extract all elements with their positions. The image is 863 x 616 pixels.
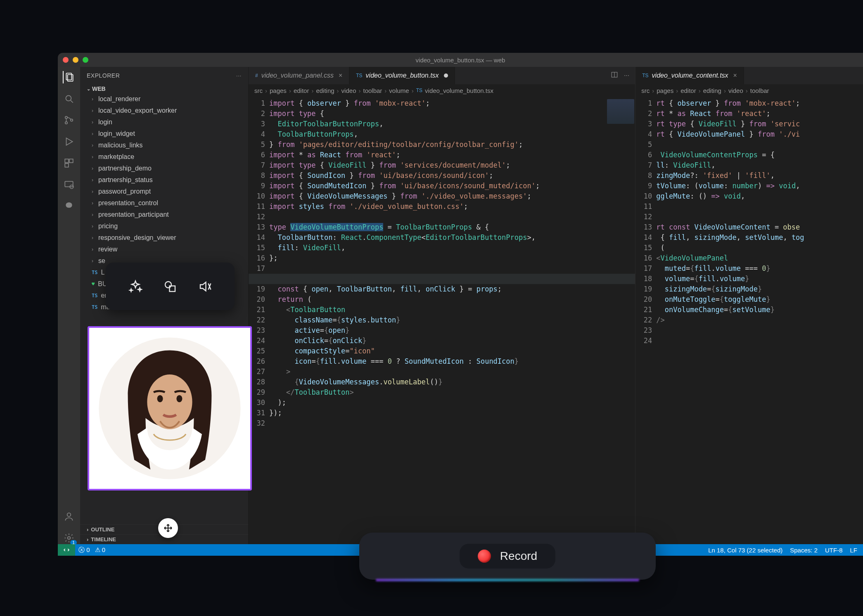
svg-point-4 [65, 116, 67, 118]
folder-item[interactable]: ›login [80, 116, 248, 128]
extensions-icon[interactable] [63, 157, 75, 169]
folder-item[interactable]: ›malicious_links [80, 140, 248, 151]
editor-tab[interactable]: TSvideo_volume_content.tsx× [635, 67, 744, 84]
svg-point-22 [157, 395, 163, 402]
shapes-icon[interactable] [161, 277, 180, 296]
record-bar: Record [359, 533, 656, 580]
encoding-status[interactable]: UTF-8 [825, 547, 843, 554]
folder-item[interactable]: ›login_widget [80, 128, 248, 140]
folder-item[interactable]: ›marketplace [80, 151, 248, 163]
folder-item[interactable]: ›password_prompt [80, 186, 248, 197]
svg-point-6 [71, 119, 73, 121]
activity-bar: 1 [58, 67, 80, 544]
svg-point-21 [147, 374, 192, 429]
explorer-icon[interactable] [63, 71, 75, 83]
svg-point-2 [66, 95, 71, 101]
account-icon[interactable] [63, 510, 75, 523]
breadcrumb-item[interactable]: video [341, 87, 356, 94]
record-label: Record [500, 550, 537, 563]
close-icon[interactable]: × [733, 72, 737, 79]
folder-item[interactable]: ›responsive_design_viewer [80, 232, 248, 244]
breadcrumb-item[interactable]: volume [389, 87, 409, 94]
folder-item[interactable]: ›partnership_demo [80, 163, 248, 174]
copilot-icon[interactable] [63, 200, 75, 212]
settings-badge: 1 [70, 540, 77, 544]
errors-count[interactable]: ⓧ 0 [78, 546, 90, 554]
record-dot-icon [478, 550, 491, 563]
svg-line-3 [71, 100, 73, 102]
breadcrumb-item[interactable]: toolbar [750, 87, 769, 94]
svg-rect-11 [65, 181, 73, 187]
warnings-count[interactable]: ⚠ 0 [95, 546, 106, 554]
folder-item[interactable]: ›presentation_participant [80, 209, 248, 220]
editor-right[interactable]: 123456789101112131415161718192021222324 … [635, 97, 863, 544]
dirty-indicator-icon [444, 73, 448, 78]
breadcrumb-item[interactable]: editor [294, 87, 309, 94]
tool-tray [106, 263, 235, 310]
breadcrumb-item[interactable]: editing [316, 87, 334, 94]
breadcrumb-item[interactable]: pages [270, 87, 287, 94]
folder-item[interactable]: ›pricing [80, 220, 248, 232]
tab-more-icon[interactable]: ··· [624, 72, 629, 79]
webcam-preview[interactable] [88, 326, 252, 490]
remote-icon[interactable] [63, 178, 75, 191]
editor-left[interactable]: 1234567891011121314151617181920212223242… [249, 97, 635, 544]
breadcrumb-item[interactable]: video [728, 87, 743, 94]
folder-item[interactable]: ›local_video_export_worker [80, 105, 248, 116]
window-close-icon[interactable] [63, 57, 69, 63]
eol-status[interactable]: LF [850, 547, 857, 554]
svg-rect-10 [65, 163, 69, 167]
svg-point-5 [65, 122, 67, 124]
folder-item[interactable]: ›review [80, 244, 248, 255]
breadcrumb-item[interactable]: editor [680, 87, 696, 94]
breadcrumb-item[interactable]: video_volume_button.tsx [425, 87, 493, 94]
close-icon[interactable]: × [339, 72, 342, 79]
breadcrumb-item[interactable]: editing [703, 87, 721, 94]
sparkle-icon[interactable] [126, 277, 145, 296]
editor-tab[interactable]: #video_volume_panel.css× [249, 67, 349, 84]
window-zoom-icon[interactable] [83, 57, 88, 63]
broken-audio-icon[interactable] [196, 277, 215, 296]
svg-rect-8 [65, 159, 69, 163]
explorer-header: EXPLORER [87, 72, 120, 79]
indent-status[interactable]: Spaces: 2 [790, 547, 818, 554]
folder-item[interactable]: ›partnership_status [80, 174, 248, 186]
source-control-icon[interactable] [63, 114, 75, 126]
settings-icon[interactable]: 1 [63, 532, 75, 544]
debug-icon[interactable] [63, 135, 75, 148]
move-handle-icon[interactable] [158, 518, 178, 538]
cursor-position[interactable]: Ln 18, Col 73 (22 selected) [708, 547, 782, 554]
titlebar: video_volume_button.tsx — web [58, 53, 863, 67]
breadcrumb-item[interactable]: toolbar [363, 87, 382, 94]
window-minimize-icon[interactable] [73, 57, 78, 63]
svg-point-23 [176, 395, 182, 402]
breadcrumb-item[interactable]: src [641, 87, 650, 94]
breadcrumb-item[interactable]: pages [657, 87, 673, 94]
record-button[interactable]: Record [460, 544, 555, 569]
svg-point-17 [165, 282, 171, 288]
explorer-more-icon[interactable]: ··· [236, 72, 242, 79]
svg-point-14 [68, 537, 71, 540]
avatar-portrait-icon [89, 328, 250, 489]
window-title: video_volume_button.tsx — web [416, 57, 505, 64]
workspace-name[interactable]: ⌄WEB [80, 84, 248, 93]
svg-marker-7 [66, 138, 73, 145]
remote-button[interactable] [58, 544, 75, 556]
folder-item[interactable]: ›presentation_control [80, 197, 248, 209]
editor-tab[interactable]: TSvideo_volume_button.tsx [349, 67, 455, 84]
minimap[interactable] [606, 97, 635, 544]
folder-item[interactable]: ›local_renderer [80, 93, 248, 105]
split-editor-icon[interactable] [611, 71, 618, 80]
svg-rect-9 [69, 159, 73, 163]
search-icon[interactable] [63, 92, 75, 105]
breadcrumb-item[interactable]: src [254, 87, 263, 94]
svg-point-13 [67, 513, 71, 516]
